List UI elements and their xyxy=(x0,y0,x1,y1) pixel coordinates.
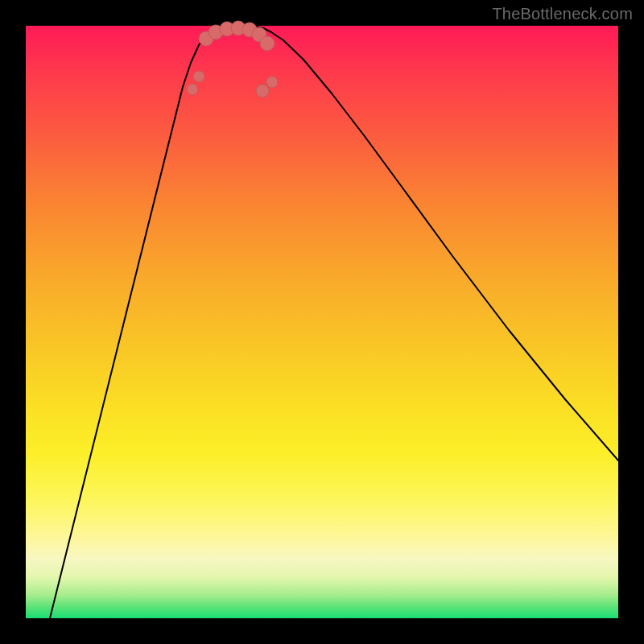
chart-stage: TheBottleneck.com xyxy=(0,0,644,644)
valley-dot xyxy=(187,84,198,95)
valley-dot xyxy=(193,71,204,82)
valley-dot xyxy=(266,76,278,88)
watermark-text: TheBottleneck.com xyxy=(492,5,633,23)
valley-dot xyxy=(260,36,275,51)
curve-layer xyxy=(26,26,618,618)
valley-dot xyxy=(256,85,269,97)
curve-left xyxy=(50,28,215,618)
plot-area xyxy=(26,26,618,618)
valley-dots xyxy=(187,21,278,97)
curve-right xyxy=(271,32,618,460)
